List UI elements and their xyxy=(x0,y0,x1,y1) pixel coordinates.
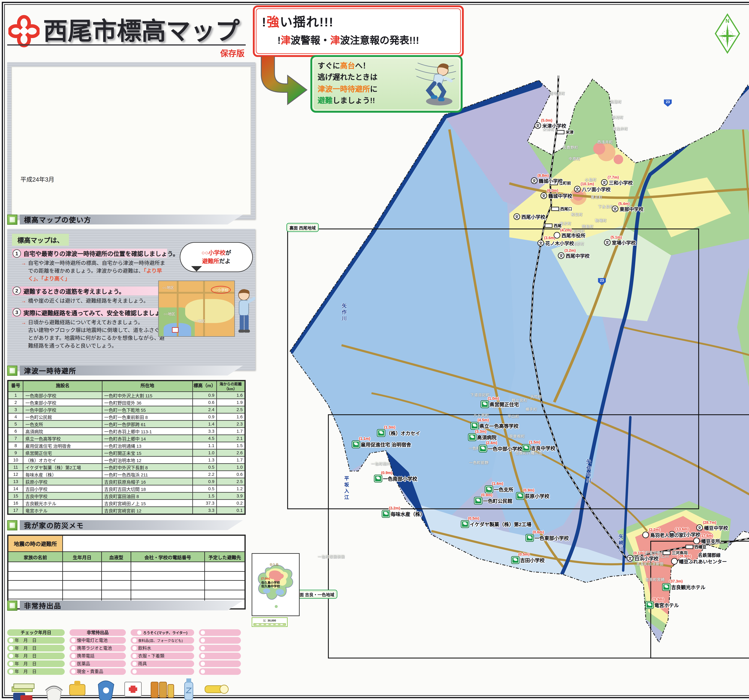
tsunami-shelter-label: (1.5m)吉良中学校 xyxy=(523,440,555,452)
memo-header-label: 我が家の防災メモ xyxy=(20,520,246,530)
check-circle-icon[interactable] xyxy=(71,654,75,658)
arrow-icon: → xyxy=(21,319,26,350)
checklist-pill[interactable]: チェック年月日 xyxy=(7,629,65,636)
section-square-icon xyxy=(7,520,17,530)
issue-date: 平成24年3月 xyxy=(20,174,54,183)
col-elevation: 標高（m） xyxy=(193,381,217,392)
check-circle-icon[interactable] xyxy=(132,638,136,642)
tsunami-shelter-icon xyxy=(646,602,653,608)
town-label: 尾花町 xyxy=(591,194,602,200)
checklist-pill[interactable]: 雨具 xyxy=(131,660,194,667)
checklist-pill[interactable]: 懐中電灯と電池 xyxy=(69,637,126,643)
checklist-pill[interactable]: 現金・貴重品 xyxy=(69,668,126,674)
check-circle-icon[interactable] xyxy=(132,646,136,650)
check-circle-icon[interactable] xyxy=(132,669,136,673)
emergency-items-illustration xyxy=(7,676,246,700)
checklist-pill[interactable] xyxy=(199,668,241,674)
check-circle-icon[interactable] xyxy=(201,630,205,634)
checklist-pill[interactable]: 年 月 日 xyxy=(7,645,65,651)
check-circle-icon[interactable] xyxy=(71,638,75,642)
checklist-pill[interactable] xyxy=(131,668,194,674)
memo-empty-row[interactable] xyxy=(8,562,245,571)
check-circle-icon[interactable] xyxy=(9,662,13,666)
memo-col-destination: 予定した避難先 xyxy=(205,552,245,562)
checklist-pill[interactable] xyxy=(199,660,241,667)
memo-empty-row[interactable] xyxy=(8,581,245,590)
check-circle-icon[interactable] xyxy=(201,646,205,650)
page-title: 西尾市標高マップ xyxy=(43,11,240,47)
check-circle-icon[interactable] xyxy=(9,646,13,650)
check-circle-icon[interactable] xyxy=(201,662,205,666)
checklist-pill[interactable]: 医薬品 xyxy=(69,660,126,667)
check-circle-icon[interactable] xyxy=(9,669,13,673)
check-circle-icon[interactable] xyxy=(9,654,13,658)
arrow-icon: → xyxy=(21,297,26,305)
checklist-pill[interactable]: 年 月 日 xyxy=(7,660,65,667)
memo-empty-row[interactable] xyxy=(8,590,245,599)
col-distance: 海からの距離 （km） xyxy=(217,381,245,392)
tsunami-shelter-icon xyxy=(475,497,482,504)
emergency-section-header: 非常持出品 xyxy=(7,599,246,611)
station-icon xyxy=(551,206,559,211)
town-label: 新村町 xyxy=(612,115,624,120)
check-circle-icon[interactable] xyxy=(9,638,13,642)
howto-header-label: 標高マップの使い方 xyxy=(20,214,246,225)
check-circle-icon[interactable] xyxy=(138,630,141,634)
alert-line-1: !強い揺れ!!! xyxy=(262,12,334,30)
checklist-pill[interactable]: 衣服・下着類 xyxy=(131,653,194,659)
check-circle-icon[interactable] xyxy=(71,646,75,650)
check-circle-icon[interactable] xyxy=(132,662,136,666)
school-icon xyxy=(514,213,520,220)
memo-col-bloodtype: 血液型 xyxy=(102,552,131,562)
town-label: 和気町 xyxy=(571,212,583,217)
checklist-pill[interactable]: 年 月 日 xyxy=(7,637,65,643)
check-circle-icon[interactable] xyxy=(201,654,205,658)
map-scale-ratio: 1：30,000 xyxy=(252,618,287,622)
checklist-pill[interactable]: 年 月 日 xyxy=(7,653,65,659)
checklist-pill[interactable]: 携帯電話 xyxy=(69,653,126,659)
checklist-pill[interactable]: 携帯ラジオと電池 xyxy=(69,645,126,651)
check-circle-icon[interactable] xyxy=(71,669,75,673)
tsunami-shelter-label: (2.2m)毎味水産（株） xyxy=(382,506,425,518)
evacuate-message-text: すぐに高台へ！ 逃げ遅れたときは 津波一時待避所に 避難しましょう!! xyxy=(318,61,378,107)
check-circle-icon[interactable] xyxy=(201,669,205,673)
tsunami-shelter-label: (3.3m)竜宮ホテル xyxy=(646,598,679,608)
quake-shelter-input-cell[interactable] xyxy=(63,535,245,552)
checklist-pill[interactable] xyxy=(199,637,241,643)
town-label: 志貴野町 xyxy=(563,144,578,150)
river-label: 矢崎川 xyxy=(617,534,624,553)
check-circle-icon[interactable] xyxy=(132,654,136,658)
minimap-school-mark: ○○小学校 xyxy=(211,286,231,293)
school-icon xyxy=(612,206,618,212)
town-label: 西浅井町 xyxy=(598,139,613,144)
check-circle-icon[interactable] xyxy=(71,662,75,666)
station-label: 西幡豆 xyxy=(685,544,706,550)
step-number-badge: 3 xyxy=(12,308,21,316)
checklist-pill[interactable] xyxy=(199,645,241,651)
memo-empty-row[interactable] xyxy=(8,571,245,581)
sakushima-inset-map: 佐久島 (7.0m) 佐久島小学校 佐久島中学校 xyxy=(252,553,300,616)
checklist-pill[interactable] xyxy=(199,629,241,636)
tsunami-shelter-icon xyxy=(374,475,382,482)
shelter-table-row: 2 一色東部小学校 一色町野田堤外 36 0.6 1.9 xyxy=(8,399,245,406)
checklist-pill[interactable]: 非常持出品 xyxy=(69,629,126,636)
school-icon xyxy=(558,253,564,259)
checklist-pill[interactable] xyxy=(199,653,241,659)
scale-bar-segments xyxy=(254,623,286,626)
howto-section-header: 標高マップの使い方 xyxy=(7,213,246,225)
school-label: (6.3m)鶴城中学校 xyxy=(541,189,572,199)
check-circle-icon[interactable] xyxy=(201,638,205,642)
checklist-pill[interactable]: 飲料水 xyxy=(131,645,194,651)
checklist-pill[interactable]: ろうそく(マッチ、ライター) xyxy=(131,629,194,636)
public-facility-icon xyxy=(642,532,649,538)
backside-region-label: 裏面 西尾地域 xyxy=(286,223,319,232)
howto-step-band: 3 実際に避難経路を通ってみて、安全を確認しましょう。 xyxy=(12,308,167,317)
shelter-table-row: 17 竜宮ホテル 吉良町宮崎宮前 12 3.3 0.1 xyxy=(8,507,245,514)
school-icon xyxy=(538,240,544,247)
town-label: 天竹町 xyxy=(530,394,542,399)
checklist-pill[interactable]: 年 月 日 xyxy=(7,668,65,674)
shelter-section-header: 津波一時待避所 xyxy=(7,364,246,376)
checklist-pill[interactable]: 食料品(皿、フォークなども) xyxy=(131,637,194,643)
tsunami-shelter-label: (4.5m)県立一色高等学校 xyxy=(471,418,518,429)
public-facility-icon xyxy=(554,232,560,239)
